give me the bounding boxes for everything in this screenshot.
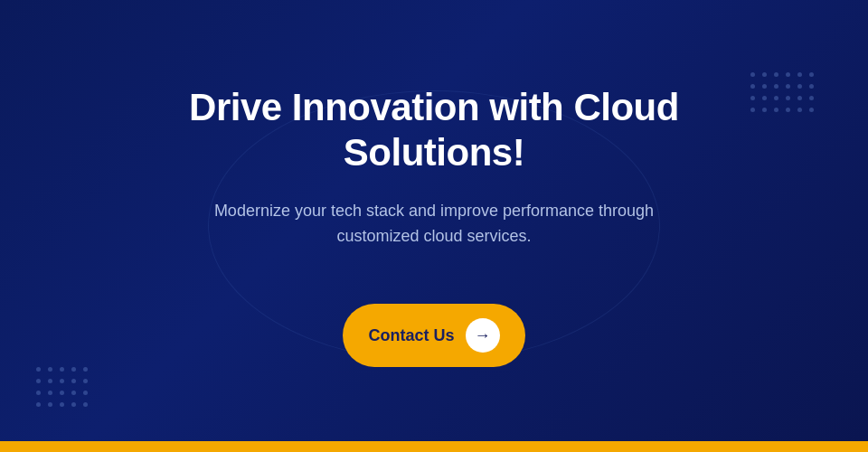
dot [36,379,41,383]
dot [750,96,755,100]
dot [60,391,64,395]
dot [762,108,767,112]
gold-accent-bar [0,441,868,452]
hero-subtitle: Modernize your tech stack and improve pe… [154,198,714,250]
dot [774,96,778,100]
hero-content: Drive Innovation with Cloud Solutions! M… [118,85,750,367]
dot [762,84,767,89]
dot [48,367,52,372]
dot [71,391,76,395]
dot [809,108,814,112]
dot [83,402,88,407]
arrow-right-icon: → [475,327,491,344]
dot [750,72,755,77]
dot [83,367,88,372]
contact-us-button[interactable]: Contact Us → [343,304,524,367]
dot [60,379,64,383]
dot [809,84,814,89]
dot [809,72,814,77]
dot [762,96,767,100]
dot [797,84,802,89]
dot [786,84,790,89]
dot [71,402,76,407]
dot [762,72,767,77]
dot [774,84,778,89]
dot [809,96,814,100]
dot [48,379,52,383]
cta-arrow-circle: → [466,318,500,353]
dot [60,402,64,407]
dot [786,108,790,112]
dot [83,391,88,395]
dot [774,72,778,77]
dot [797,72,802,77]
dot [48,391,52,395]
page-background: Drive Innovation with Cloud Solutions! M… [0,0,868,452]
dot [71,367,76,372]
dot-grid-bottom-left [36,367,88,407]
cta-button-label: Contact Us [368,326,454,345]
hero-title: Drive Innovation with Cloud Solutions! [154,85,714,176]
dot [83,379,88,383]
dot-grid-top-right [750,72,814,112]
dot [786,72,790,77]
dot [48,402,52,407]
dot [774,108,778,112]
dot [36,391,41,395]
dot [60,367,64,372]
dot [786,96,790,100]
dot [797,108,802,112]
dot [750,84,755,89]
dot [36,367,41,372]
dot [71,379,76,383]
dot [797,96,802,100]
dot [36,402,41,407]
dot [750,108,755,112]
